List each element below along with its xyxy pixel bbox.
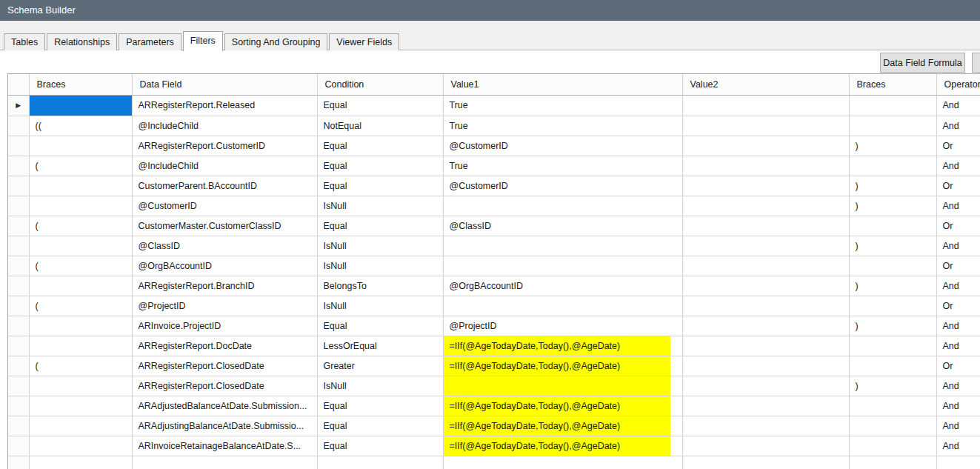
column-header-operator[interactable]: Operator bbox=[936, 74, 980, 95]
row-header-cell[interactable] bbox=[8, 276, 29, 296]
operator-cell[interactable]: Or bbox=[936, 136, 980, 156]
condition-cell[interactable]: Equal bbox=[317, 176, 443, 196]
braces2-cell[interactable]: ) bbox=[849, 236, 936, 256]
braces-cell[interactable] bbox=[29, 316, 132, 336]
row-header-cell[interactable] bbox=[8, 156, 29, 176]
value1-cell[interactable]: @CustomerID bbox=[443, 176, 682, 196]
row-header-cell[interactable]: ▶ bbox=[8, 95, 29, 116]
row-header-cell[interactable] bbox=[8, 456, 29, 469]
value2-cell[interactable] bbox=[682, 336, 849, 356]
braces2-cell[interactable] bbox=[849, 216, 936, 236]
row-header-cell[interactable] bbox=[8, 116, 29, 136]
data-field-formula-button[interactable]: Data Field Formula bbox=[880, 53, 965, 73]
tab-filters[interactable]: Filters bbox=[183, 31, 223, 51]
value2-cell[interactable] bbox=[682, 176, 849, 196]
operator-cell[interactable]: And bbox=[936, 116, 980, 136]
value1-cell[interactable]: True bbox=[443, 116, 682, 136]
condition-cell[interactable]: Greater bbox=[317, 356, 443, 376]
data-field-cell[interactable]: ARRegisterReport.ClosedDate bbox=[132, 376, 317, 396]
data-field-cell[interactable]: @IncludeChild bbox=[132, 116, 317, 136]
braces2-cell[interactable] bbox=[849, 95, 936, 116]
condition-cell[interactable]: IsNull bbox=[317, 376, 443, 396]
braces2-cell[interactable]: ) bbox=[849, 316, 936, 336]
operator-cell[interactable]: And bbox=[936, 336, 980, 356]
value1-cell[interactable]: @OrgBAccountID bbox=[443, 276, 682, 296]
data-field-cell[interactable]: @ClassID bbox=[132, 236, 317, 256]
truncated-button[interactable] bbox=[972, 53, 980, 73]
data-field-cell[interactable] bbox=[132, 456, 317, 469]
braces-cell[interactable]: ( bbox=[29, 216, 132, 236]
titlebar[interactable]: Schema Builder bbox=[0, 0, 980, 21]
operator-cell[interactable]: And bbox=[936, 196, 980, 216]
row-header-cell[interactable] bbox=[8, 356, 29, 376]
tab-viewer-fields[interactable]: Viewer Fields bbox=[329, 33, 399, 50]
operator-cell[interactable]: And bbox=[936, 316, 980, 336]
value1-cell[interactable] bbox=[443, 376, 682, 396]
tab-parameters[interactable]: Parameters bbox=[119, 33, 181, 50]
data-field-cell[interactable]: ARRegisterReport.Released bbox=[132, 95, 317, 116]
operator-cell[interactable]: Or bbox=[936, 356, 980, 376]
data-field-cell[interactable]: CustomerParent.BAccountID bbox=[132, 176, 317, 196]
operator-cell[interactable]: And bbox=[936, 376, 980, 396]
operator-cell[interactable]: And bbox=[936, 396, 980, 416]
braces2-cell[interactable] bbox=[849, 396, 936, 416]
data-field-cell[interactable]: CustomerMaster.CustomerClassID bbox=[132, 216, 317, 236]
value2-cell[interactable] bbox=[682, 396, 849, 416]
braces2-cell[interactable] bbox=[849, 436, 936, 456]
braces2-cell[interactable] bbox=[849, 256, 936, 276]
braces-cell[interactable] bbox=[29, 236, 132, 256]
braces2-cell[interactable]: ) bbox=[849, 196, 936, 216]
tab-tables[interactable]: Tables bbox=[4, 33, 45, 50]
value2-cell[interactable] bbox=[682, 216, 849, 236]
row-header-cell[interactable] bbox=[8, 136, 29, 156]
braces-cell[interactable] bbox=[29, 416, 132, 436]
column-header-data-field[interactable]: Data Field bbox=[132, 74, 317, 95]
braces2-cell[interactable]: ) bbox=[849, 276, 936, 296]
value1-cell[interactable]: =IIf(@AgeTodayDate,Today(),@AgeDate) bbox=[443, 416, 682, 436]
column-header-value1[interactable]: Value1 bbox=[443, 74, 682, 95]
value1-cell[interactable]: @ProjectID bbox=[443, 316, 682, 336]
value2-cell[interactable] bbox=[682, 136, 849, 156]
operator-cell[interactable]: Or bbox=[936, 216, 980, 236]
row-header-cell[interactable] bbox=[8, 256, 29, 276]
data-field-cell[interactable]: ARRegisterReport.ClosedDate bbox=[132, 356, 317, 376]
braces-cell[interactable] bbox=[29, 376, 132, 396]
condition-cell[interactable]: Equal bbox=[317, 396, 443, 416]
condition-cell[interactable]: IsNull bbox=[317, 236, 443, 256]
braces2-cell[interactable] bbox=[849, 336, 936, 356]
data-field-cell[interactable]: @CustomerID bbox=[132, 196, 317, 216]
braces-cell[interactable]: ( bbox=[29, 256, 132, 276]
value1-cell[interactable] bbox=[443, 456, 682, 469]
data-field-cell[interactable]: @OrgBAccountID bbox=[132, 256, 317, 276]
braces2-cell[interactable] bbox=[849, 356, 936, 376]
operator-cell[interactable]: And bbox=[936, 436, 980, 456]
braces2-cell[interactable] bbox=[849, 116, 936, 136]
condition-cell[interactable]: IsNull bbox=[317, 196, 443, 216]
operator-cell[interactable] bbox=[936, 456, 980, 469]
operator-cell[interactable]: And bbox=[936, 236, 980, 256]
braces2-cell[interactable]: ) bbox=[849, 176, 936, 196]
braces2-cell[interactable]: ) bbox=[849, 376, 936, 396]
condition-cell[interactable]: LessOrEqual bbox=[317, 336, 443, 356]
condition-cell[interactable]: IsNull bbox=[317, 296, 443, 316]
row-header-cell[interactable] bbox=[8, 336, 29, 356]
row-header-cell[interactable] bbox=[8, 416, 29, 436]
row-header-cell[interactable] bbox=[8, 376, 29, 396]
value1-cell[interactable] bbox=[443, 256, 682, 276]
condition-cell[interactable]: Equal bbox=[317, 156, 443, 176]
operator-cell[interactable]: And bbox=[936, 95, 980, 116]
braces-cell[interactable] bbox=[29, 196, 132, 216]
condition-cell[interactable] bbox=[317, 456, 443, 469]
braces-cell[interactable]: ( bbox=[29, 296, 132, 316]
braces-cell[interactable] bbox=[29, 336, 132, 356]
row-header-cell[interactable] bbox=[8, 216, 29, 236]
value1-cell[interactable]: =IIf(@AgeTodayDate,Today(),@AgeDate) bbox=[443, 396, 682, 416]
value1-cell[interactable]: @ClassID bbox=[443, 216, 682, 236]
operator-cell[interactable]: Or bbox=[936, 256, 980, 276]
row-header-cell[interactable] bbox=[8, 196, 29, 216]
condition-cell[interactable]: Equal bbox=[317, 436, 443, 456]
braces2-cell[interactable] bbox=[849, 156, 936, 176]
condition-cell[interactable]: NotEqual bbox=[317, 116, 443, 136]
value2-cell[interactable] bbox=[682, 236, 849, 256]
value2-cell[interactable] bbox=[682, 116, 849, 136]
